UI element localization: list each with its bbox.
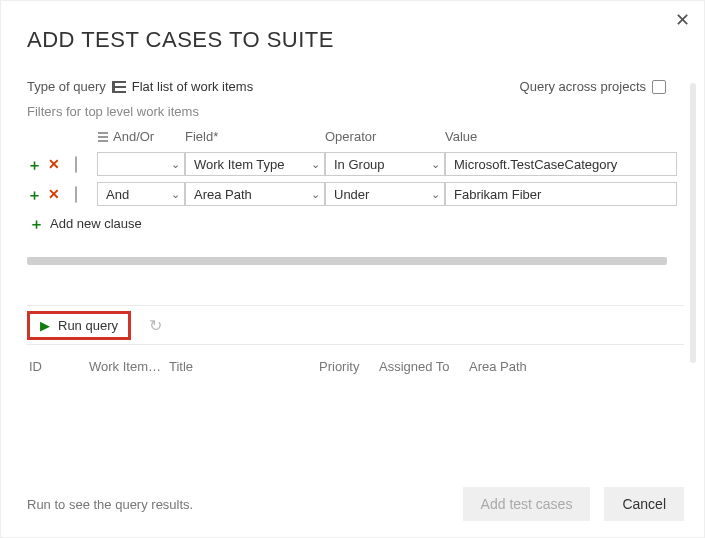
query-across-checkbox[interactable] <box>652 80 666 94</box>
field-select[interactable]: Area Path ⌄ <box>185 182 325 206</box>
query-toolbar: ▶ Run query ↻ <box>27 305 684 345</box>
row-checkbox[interactable] <box>75 156 77 173</box>
dialog-footer: Run to see the query results. Add test c… <box>27 487 684 521</box>
type-of-query[interactable]: Type of query Flat list of work items <box>27 79 253 94</box>
andor-select[interactable]: And ⌄ <box>97 182 185 206</box>
add-row-icon[interactable]: ＋ <box>27 187 42 202</box>
refresh-icon[interactable]: ↻ <box>149 316 162 335</box>
value-input[interactable]: Microsoft.TestCaseCategory <box>445 152 677 176</box>
close-icon[interactable]: ✕ <box>675 11 690 29</box>
col-area[interactable]: Area Path <box>469 359 589 374</box>
query-across-projects[interactable]: Query across projects <box>520 79 666 94</box>
result-headers: ID Work Item… Title Priority Assigned To… <box>27 345 684 382</box>
col-title[interactable]: Title <box>169 359 319 374</box>
vertical-scrollbar[interactable] <box>690 83 696 363</box>
group-icon <box>97 131 109 143</box>
row-ops: ＋ ✕ <box>27 187 75 202</box>
results-hint: Run to see the query results. <box>27 497 193 512</box>
play-icon: ▶ <box>40 318 50 333</box>
filter-grid: And/Or Field* Operator Value ＋ ✕ ⌄ Work … <box>27 129 684 206</box>
dialog-title: ADD TEST CASES TO SUITE <box>27 27 684 53</box>
chevron-down-icon: ⌄ <box>311 158 320 171</box>
query-type-row: Type of query Flat list of work items Qu… <box>27 79 684 94</box>
svg-rect-3 <box>112 81 115 93</box>
col-workitem[interactable]: Work Item… <box>89 359 169 374</box>
header-andor: And/Or <box>97 129 185 146</box>
query-across-label: Query across projects <box>520 79 646 94</box>
value-input[interactable]: Fabrikam Fiber <box>445 182 677 206</box>
plus-icon: ＋ <box>29 216 44 231</box>
header-value: Value <box>445 129 677 146</box>
row-checkbox[interactable] <box>75 186 77 203</box>
svg-rect-4 <box>98 132 108 134</box>
header-field: Field* <box>185 129 325 146</box>
col-priority[interactable]: Priority <box>319 359 379 374</box>
col-assigned[interactable]: Assigned To <box>379 359 469 374</box>
cancel-button[interactable]: Cancel <box>604 487 684 521</box>
add-test-cases-dialog: ✕ ADD TEST CASES TO SUITE Type of query … <box>0 0 705 538</box>
header-operator: Operator <box>325 129 445 146</box>
field-select[interactable]: Work Item Type ⌄ <box>185 152 325 176</box>
col-id[interactable]: ID <box>29 359 89 374</box>
chevron-down-icon: ⌄ <box>171 158 180 171</box>
add-new-clause[interactable]: ＋ Add new clause <box>29 216 684 231</box>
flat-list-icon <box>112 81 126 93</box>
type-of-query-value: Flat list of work items <box>132 79 253 94</box>
run-query-button[interactable]: ▶ Run query <box>27 311 131 340</box>
chevron-down-icon: ⌄ <box>171 188 180 201</box>
chevron-down-icon: ⌄ <box>431 158 440 171</box>
chevron-down-icon: ⌄ <box>311 188 320 201</box>
type-of-query-label: Type of query <box>27 79 106 94</box>
operator-select[interactable]: In Group ⌄ <box>325 152 445 176</box>
remove-row-icon[interactable]: ✕ <box>48 157 60 171</box>
filters-label: Filters for top level work items <box>27 104 684 119</box>
operator-select[interactable]: Under ⌄ <box>325 182 445 206</box>
svg-rect-5 <box>98 136 108 138</box>
horizontal-scrollbar[interactable] <box>27 257 667 265</box>
row-ops: ＋ ✕ <box>27 157 75 172</box>
remove-row-icon[interactable]: ✕ <box>48 187 60 201</box>
add-test-cases-button[interactable]: Add test cases <box>463 487 591 521</box>
andor-select[interactable]: ⌄ <box>97 152 185 176</box>
chevron-down-icon: ⌄ <box>431 188 440 201</box>
svg-rect-6 <box>98 140 108 142</box>
add-row-icon[interactable]: ＋ <box>27 157 42 172</box>
